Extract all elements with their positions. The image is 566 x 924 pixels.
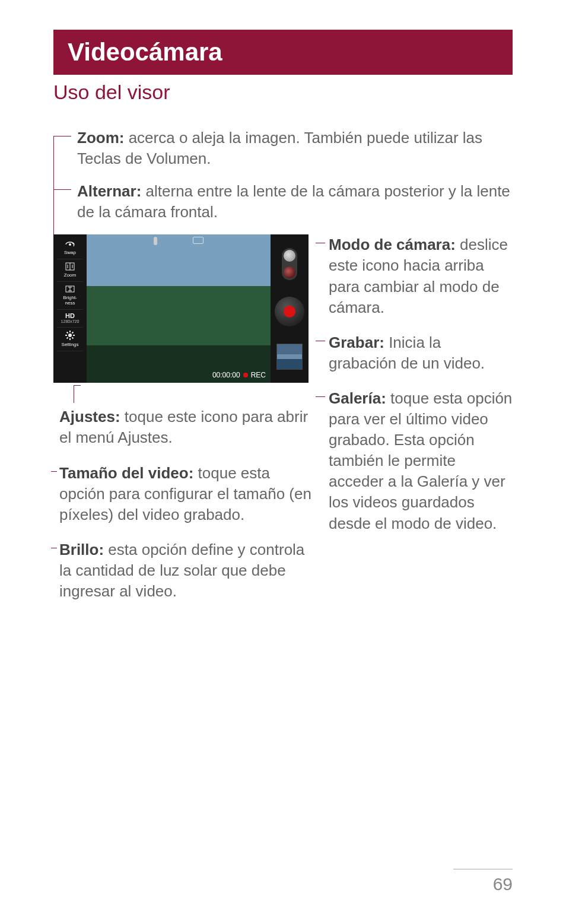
def-ajustes: Ajustes: toque este icono para abrir el … [59,407,314,448]
video-mode-icon [284,266,295,278]
brightness-icon[interactable]: Bright- ness [57,282,83,310]
label-brillo: Brillo: [59,541,104,558]
viewfinder: 00:00:00 REC [87,234,271,383]
camera-mode-icon [284,250,295,262]
label-galeria: Galería: [329,389,386,407]
gallery-button[interactable] [276,344,303,370]
zoom-icon[interactable]: Zoom [57,259,83,282]
page-title: Videocámara [68,38,222,66]
svg-point-3 [68,334,72,337]
record-dot-icon [284,306,295,317]
svg-point-0 [69,243,71,246]
label-ajustes: Ajustes: [59,408,120,426]
def-tamano: Tamaño del video: toque esta opción para… [59,463,314,525]
def-galeria: Galería: toque esta opción para ver el ú… [329,388,513,534]
def-grabar: Grabar: Inicia la grabación de un video. [329,332,513,374]
video-size-icon[interactable]: HD 1280x720 [57,310,83,328]
rec-dot-icon [243,373,248,377]
camera-mode-switch[interactable] [282,248,297,280]
page-title-bar: Videocámara [53,30,513,75]
camcorder-sidebar-right [271,234,309,383]
record-button[interactable] [275,297,304,326]
def-alternar: Alternar: alterna entre la lente de la c… [77,181,513,223]
text-galeria: toque esta opción para ver el último vid… [329,389,512,532]
label-grabar: Grabar: [329,334,384,351]
label-zoom: Zoom: [77,129,124,147]
page-number: 69 [453,869,513,894]
rec-label: REC [251,371,266,379]
label-modo-camara: Modo de cámara: [329,236,456,253]
def-zoom: Zoom: acerca o aleja la imagen. También … [77,128,513,169]
page-subtitle: Uso del visor [53,81,513,104]
text-zoom: acerca o aleja la imagen. También puede … [77,129,482,167]
def-brillo: Brillo: esta opción define y controla la… [59,539,314,602]
zoom-slider-icon [154,237,157,245]
rec-timer: 00:00:00 [212,371,240,379]
label-tamano: Tamaño del video: [59,464,193,482]
text-alternar: alterna entre la lente de la cámara post… [77,182,510,221]
camcorder-sidebar-left: Swap Zoom Bright- ness HD 1280x720 [53,234,87,383]
flash-indicator-icon [193,237,203,244]
swap-icon[interactable]: Swap [57,238,83,259]
settings-icon[interactable]: Settings [57,328,83,351]
def-modo-camara: Modo de cámara: deslice este icono hacia… [329,234,513,317]
camcorder-screenshot: Swap Zoom Bright- ness HD 1280x720 [53,234,309,383]
label-alternar: Alternar: [77,182,141,200]
